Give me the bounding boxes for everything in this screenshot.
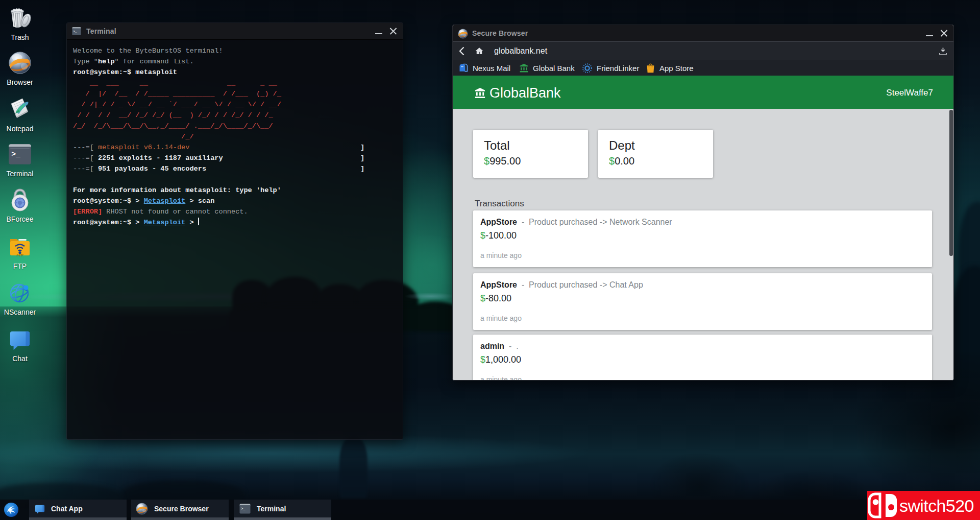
svg-text:>_: >_ [73,30,77,33]
svg-text:FTP: FTP [16,253,23,257]
svg-text:>_: >_ [241,507,246,511]
svg-text:>_: >_ [11,150,20,158]
